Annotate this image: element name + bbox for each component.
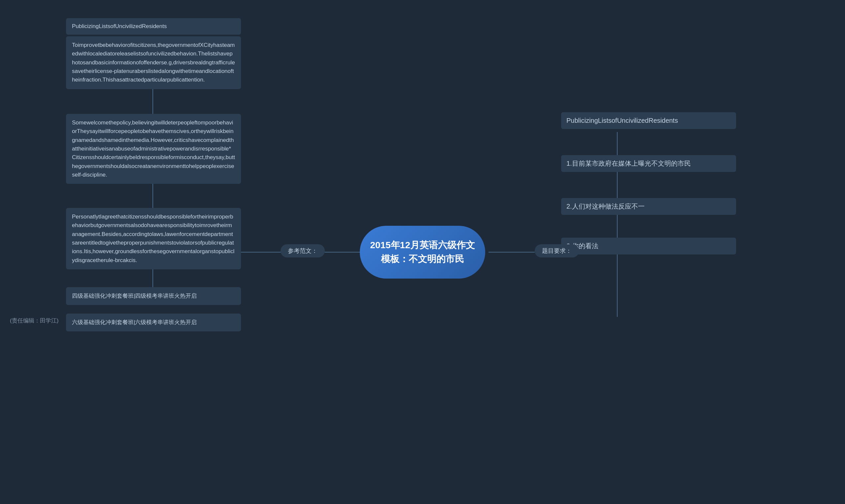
editor-credit: (责任编辑：田学江) — [10, 317, 58, 324]
box3: PersonatlytIagreethatcitizensshouldbespo… — [66, 208, 241, 269]
right-item-2-text: 2.人们对这种做法反应不一 — [567, 203, 645, 210]
right-item-1-text: 1.目前某市政府在媒体上曝光不文明的市民 — [567, 160, 691, 167]
right-item-2: 2.人们对这种做法反应不一 — [561, 198, 736, 215]
box1-text: Toimprovetbebehaviorofitscitizens,thegov… — [72, 42, 235, 83]
box5: 六级基础强化冲刺套餐班|六级模考串讲班火热开启 — [66, 313, 241, 331]
right-title-text: PublicizingListsofUncivilizedResidents — [567, 117, 678, 124]
box3-text: PersonatlytIagreethatcitizensshouldbespo… — [72, 214, 234, 264]
box4-text: 四级基础强化冲刺套餐班|四级模考串讲班火热开启 — [72, 293, 197, 299]
right-item-3: 3.你的看法 — [561, 238, 736, 254]
right-title-box: PublicizingListsofUncivilizedResidents — [561, 112, 736, 129]
right-label: 题目要求： — [535, 244, 579, 257]
box1: Toimprovetbebehaviorofitscitizens,thegov… — [66, 36, 241, 89]
top-title-text: PublicizingListsofUncivilizedResidents — [72, 23, 167, 29]
box4: 四级基础强化冲刺套餐班|四级模考串讲班火热开启 — [66, 287, 241, 305]
left-label: 参考范文： — [281, 244, 325, 257]
center-line2: 模板：不文明的市民 — [370, 252, 475, 266]
center-line1: 2015年12月英语六级作文 — [370, 238, 475, 252]
box2: Somewelcomethepolicy,believingitwilldete… — [66, 114, 241, 184]
center-title: 2015年12月英语六级作文 模板：不文明的市民 — [360, 226, 485, 278]
top-title-box: PublicizingListsofUncivilizedResidents — [66, 18, 241, 35]
box2-text: Somewelcomethepolicy,believingitwilldete… — [72, 120, 235, 178]
right-item-1: 1.目前某市政府在媒体上曝光不文明的市民 — [561, 155, 736, 172]
box5-text: 六级基础强化冲刺套餐班|六级模考串讲班火热开启 — [72, 319, 197, 325]
